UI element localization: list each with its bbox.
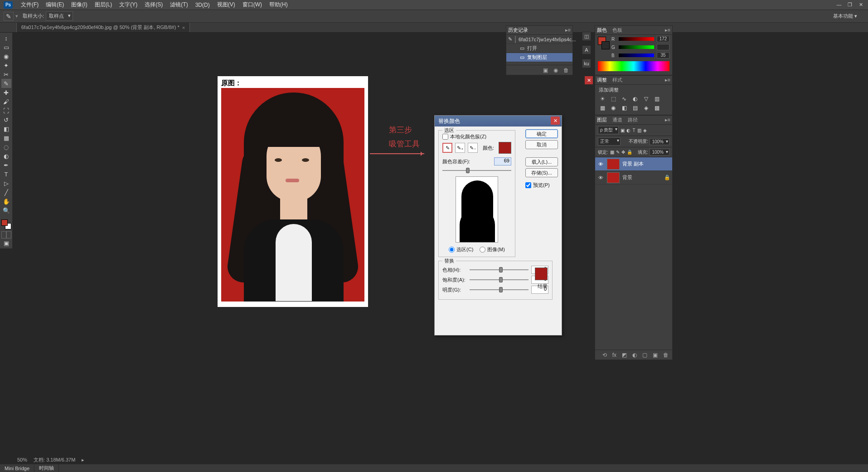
dodge-tool-icon[interactable]: ◐ (1, 151, 11, 161)
posterize-icon[interactable]: ▩ (653, 104, 660, 112)
eyedropper-icon[interactable]: ✎ (442, 143, 452, 153)
preview-checkbox-input[interactable] (525, 182, 531, 188)
radio-selection[interactable]: 选区(C) (449, 246, 473, 253)
menu-filter[interactable]: 滤镜(T) (166, 0, 191, 10)
doc-info[interactable]: 文档: 3.18M/6.37M (34, 457, 75, 463)
ok-button[interactable]: 确定 (525, 129, 558, 138)
history-item[interactable]: ▭复制图层 (506, 53, 572, 62)
gradient-tool-icon[interactable]: ▦ (1, 133, 11, 142)
filter-icon[interactable]: ▣ (621, 128, 625, 133)
eyedropper-tool-icon[interactable]: ✎ (1, 79, 11, 88)
b-slider[interactable] (619, 54, 654, 57)
marquee-tool-icon[interactable]: ▭ (1, 43, 11, 52)
panel-menu-icon[interactable]: ▸≡ (665, 77, 670, 83)
color-tab[interactable]: 颜色 (597, 27, 607, 34)
dropdown-arrow-icon[interactable]: ▾ (15, 13, 18, 19)
fuzziness-slider[interactable] (442, 167, 511, 174)
layer-row[interactable]: 👁 背景 🔒 (595, 171, 672, 185)
maximize-icon[interactable]: ❐ (844, 0, 855, 9)
trash-icon[interactable]: 🗑 (563, 67, 569, 73)
color-panel-swatches[interactable] (598, 37, 610, 49)
workspace-label[interactable]: 基本功能 ▾ (833, 13, 857, 19)
r-value[interactable]: 172 (657, 36, 669, 42)
trash-icon[interactable]: 🗑 (663, 352, 669, 358)
selection-color-swatch[interactable] (499, 142, 511, 154)
bw-icon[interactable]: ▦ (599, 104, 606, 112)
zoom-tool-icon[interactable]: 🔍 (1, 206, 11, 215)
color-lookup-icon[interactable]: ▤ (631, 104, 639, 112)
menu-help[interactable]: 帮助(H) (266, 0, 291, 10)
new-doc-icon[interactable]: ▣ (543, 67, 548, 73)
strip-icon-histogram[interactable]: ◫ (582, 32, 591, 41)
lock-trans-icon[interactable]: ▦ (610, 150, 614, 155)
filter-icon[interactable]: T (632, 128, 635, 133)
layer-row[interactable]: 👁 背景 副本 (595, 157, 672, 171)
levels-icon[interactable]: ⬚ (610, 95, 617, 102)
zoom-value[interactable]: 50% (17, 457, 27, 462)
strip-icon-char[interactable]: A (582, 45, 591, 54)
minimize-icon[interactable]: — (834, 0, 844, 9)
link-icon[interactable]: ⟲ (602, 352, 607, 358)
panel-menu-icon[interactable]: ▸≡ (665, 117, 670, 123)
styles-tab[interactable]: 样式 (612, 77, 622, 83)
mask-icon[interactable]: ◩ (622, 352, 627, 358)
localized-checkbox-input[interactable] (442, 134, 448, 140)
camera-icon[interactable]: ◉ (553, 67, 558, 73)
new-layer-icon[interactable]: ▣ (653, 352, 658, 358)
menu-3d[interactable]: 3D(D) (192, 0, 213, 10)
g-value[interactable] (657, 44, 669, 50)
layer-thumbnail[interactable] (607, 172, 620, 183)
pen-tool-icon[interactable]: ✒ (1, 161, 11, 170)
hand-tool-icon[interactable]: ✋ (1, 197, 11, 206)
tab-close-icon[interactable]: × (182, 25, 185, 30)
layer-filter-dropdown[interactable]: ρ 类型 (598, 126, 619, 134)
r-slider[interactable] (619, 37, 654, 41)
menu-image[interactable]: 图像(I) (68, 0, 91, 10)
adjustments-tab[interactable]: 调整 (597, 77, 607, 83)
hue-slider[interactable] (470, 267, 529, 273)
status-arrow-icon[interactable]: ▸ (82, 457, 84, 463)
crop-tool-icon[interactable]: ✂ (1, 70, 11, 79)
preview-checkbox[interactable]: 预览(P) (525, 182, 558, 189)
lightness-slider[interactable] (470, 287, 529, 293)
cancel-button[interactable]: 取消 (525, 140, 558, 149)
filter-icon[interactable]: ◈ (643, 128, 647, 133)
panel-close-icon[interactable]: ✕ (585, 76, 593, 84)
save-button[interactable]: 存储(S)... (525, 168, 558, 177)
vibrance-icon[interactable]: ▽ (642, 95, 650, 102)
menu-type[interactable]: 文字(Y) (116, 0, 141, 10)
menu-layer[interactable]: 图层(L) (91, 0, 116, 10)
lock-all-icon[interactable]: 🔒 (627, 150, 632, 155)
healing-tool-icon[interactable]: ✚ (1, 88, 11, 97)
curves-icon[interactable]: ∿ (621, 95, 628, 102)
menu-view[interactable]: 视图(V) (213, 0, 239, 10)
eraser-tool-icon[interactable]: ◧ (1, 124, 11, 133)
eyedropper-subtract-icon[interactable]: ✎₋ (468, 143, 478, 153)
visibility-icon[interactable]: 👁 (597, 161, 604, 167)
color-picker[interactable] (1, 219, 11, 229)
invert-icon[interactable]: ◈ (642, 104, 650, 112)
opacity-input[interactable]: 100% (650, 138, 669, 145)
eyedropper-tool-icon[interactable]: ✎ (4, 12, 14, 21)
layer-thumbnail[interactable] (607, 159, 620, 170)
hue-icon[interactable]: ▥ (653, 95, 660, 102)
fuzziness-input[interactable]: 69 (494, 157, 511, 165)
g-slider[interactable] (619, 45, 654, 49)
visibility-icon[interactable]: 👁 (597, 175, 604, 180)
history-item[interactable]: ▭打开 (506, 44, 572, 53)
quick-mask-toggle[interactable] (1, 231, 11, 238)
foreground-color-swatch[interactable] (1, 219, 8, 226)
photo-filter-icon[interactable]: ◉ (610, 104, 617, 112)
path-select-tool-icon[interactable]: ▷ (1, 179, 11, 188)
layers-tab[interactable]: 图层 (597, 117, 607, 123)
panel-menu-icon[interactable]: ▸≡ (565, 27, 571, 33)
blur-tool-icon[interactable]: ◌ (1, 142, 11, 151)
menu-window[interactable]: 窗口(W) (239, 0, 266, 10)
move-tool-icon[interactable]: ↕ (1, 34, 11, 43)
menu-edit[interactable]: 编辑(E) (42, 0, 68, 10)
timeline-tab[interactable]: 时间轴 (34, 464, 59, 472)
layer-name[interactable]: 背景 (622, 174, 632, 181)
localized-checkbox[interactable]: 本地化颜色簇(Z) (442, 133, 511, 140)
document-image[interactable]: 原图： (218, 76, 368, 307)
eyedropper-add-icon[interactable]: ✎₊ (455, 143, 465, 153)
